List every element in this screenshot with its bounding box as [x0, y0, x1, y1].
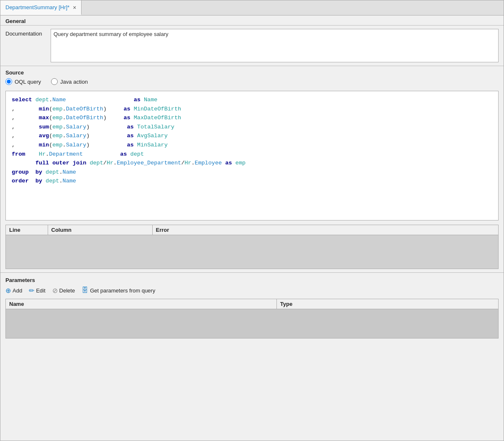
delete-icon: ⊘ — [52, 287, 58, 295]
oql-query-option[interactable]: OQL query — [5, 78, 41, 85]
add-button[interactable]: ⊕ Add — [5, 287, 22, 295]
error-col-column: Column — [48, 225, 152, 235]
close-icon[interactable]: × — [73, 5, 76, 10]
oql-radio[interactable] — [5, 78, 12, 85]
tab-department-summary[interactable]: DepartmentSummary [Hr]* × — [0, 0, 82, 15]
get-params-icon: 🗄 — [82, 287, 88, 294]
source-options: OQL query Java action — [5, 77, 499, 87]
error-table-container: Line Column Error — [5, 225, 499, 269]
documentation-row: Documentation Query department summary o… — [0, 26, 504, 66]
code-editor[interactable]: select dept.Name as Name, min(emp.DateOf… — [5, 91, 499, 220]
source-section: Source OQL query Java action — [0, 66, 504, 91]
params-col-type: Type — [276, 299, 498, 309]
edit-icon: ✏ — [29, 287, 34, 295]
params-section-title: Parameters — [5, 275, 499, 284]
params-table: Name Type — [6, 299, 498, 338]
error-col-line: Line — [6, 225, 48, 235]
code-line: , min(emp.Salary) as MinSalary — [12, 141, 492, 150]
params-section: Parameters ⊕ Add ✏ Edit ⊘ Delete 🗄 Get p… — [0, 273, 504, 345]
delete-label: Delete — [59, 287, 75, 294]
get-params-label: Get parameters from query — [90, 287, 155, 294]
get-params-button[interactable]: 🗄 Get parameters from query — [82, 287, 155, 294]
edit-button[interactable]: ✏ Edit — [29, 287, 45, 295]
documentation-textarea[interactable]: Query department summary of employee sal… — [51, 29, 499, 62]
delete-button[interactable]: ⊘ Delete — [52, 287, 75, 295]
edit-label: Edit — [36, 287, 45, 294]
error-col-error: Error — [152, 225, 498, 235]
error-table: Line Column Error — [6, 225, 498, 269]
code-line: , min(emp.DateOfBirth) as MinDateOfBirth — [12, 105, 492, 114]
add-label: Add — [13, 287, 22, 294]
add-icon: ⊕ — [5, 287, 11, 295]
code-line: from Hr.Department as dept — [12, 150, 492, 159]
tab-title: DepartmentSummary [Hr]* — [5, 4, 69, 10]
main-window: DepartmentSummary [Hr]* × General Docume… — [0, 0, 504, 441]
params-table-container: Name Type — [5, 299, 499, 339]
code-line: order by dept.Name — [12, 177, 492, 186]
code-line: group by dept.Name — [12, 168, 492, 177]
code-line: , max(emp.DateOfBirth) as MaxDateOfBirth — [12, 113, 492, 123]
code-line: , sum(emp.Salary) as TotalSalary — [12, 123, 492, 132]
source-section-title: Source — [5, 68, 499, 77]
doc-label: Documentation — [5, 29, 47, 37]
oql-label: OQL query — [15, 79, 41, 85]
code-line: full outer join dept/Hr.Employee_Departm… — [12, 159, 492, 168]
code-line: , avg(emp.Salary) as AvgSalary — [12, 131, 492, 141]
params-col-name: Name — [6, 299, 276, 309]
code-line: select dept.Name as Name — [12, 95, 492, 105]
content-area: General Documentation Query department s… — [0, 15, 504, 441]
params-toolbar: ⊕ Add ✏ Edit ⊘ Delete 🗄 Get parameters f… — [5, 284, 499, 297]
java-radio[interactable] — [51, 78, 58, 85]
tab-bar: DepartmentSummary [Hr]* × — [0, 0, 504, 15]
java-label: Java action — [60, 79, 88, 85]
general-section-title: General — [0, 15, 504, 25]
java-action-option[interactable]: Java action — [51, 78, 88, 85]
